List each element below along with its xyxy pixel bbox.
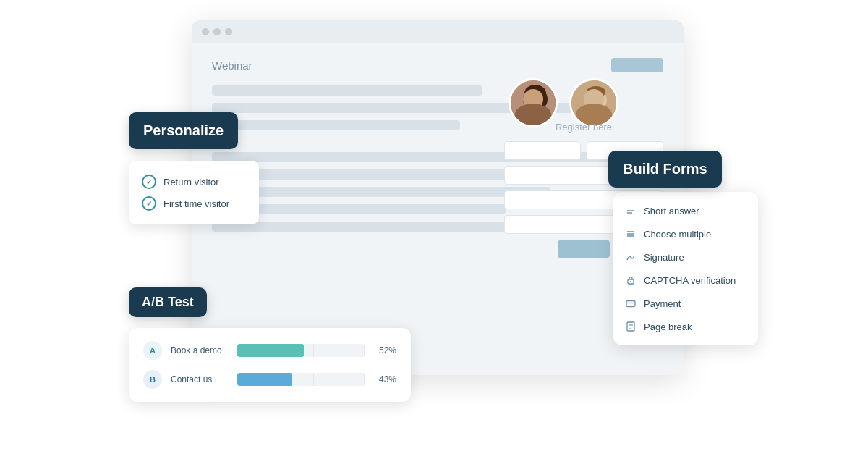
check-icon-firsttime: [142, 196, 156, 211]
content-block-1: [212, 85, 482, 96]
ab-row-a: A Book a demo 52%: [143, 341, 396, 360]
ab-bar-container-b: [237, 373, 365, 386]
build-forms-dropdown: Short answer Choose multiple Signature C…: [613, 192, 758, 345]
ab-bar-fill-a: [237, 344, 304, 357]
personalize-dropdown: Return visitor First time visitor: [129, 161, 259, 224]
svg-point-9: [589, 102, 603, 111]
browser-dot-3: [225, 28, 232, 35]
ab-bar-fill-b: [237, 373, 292, 386]
ab-badge-a: A: [143, 341, 162, 360]
form-input-firstname[interactable]: [504, 141, 581, 160]
ab-test-card: A/B Test: [129, 287, 207, 317]
build-forms-card: Build Forms: [608, 151, 722, 188]
svg-point-17: [630, 281, 631, 282]
ab-row-a-label: Book a demo: [171, 345, 229, 356]
ab-test-label: A/B Test: [142, 295, 194, 309]
captcha-icon: [625, 274, 637, 286]
form-item-signature-label: Signature: [644, 252, 684, 263]
avatar-male: [569, 78, 618, 127]
form-item-page-break-label: Page break: [644, 321, 692, 332]
webinar-title: Webinar: [212, 59, 252, 72]
browser-window: Webinar: [192, 20, 684, 375]
ab-bar-container-a: [237, 344, 365, 357]
personalize-label: Personalize: [143, 122, 224, 138]
avatar-female: [509, 78, 558, 127]
form-item-signature[interactable]: Signature: [613, 245, 758, 269]
form-item-short-answer[interactable]: Short answer: [613, 199, 758, 222]
svg-point-5: [540, 92, 548, 106]
ab-badge-b: B: [143, 370, 162, 389]
register-label: Register here: [504, 122, 663, 133]
scene: Webinar: [0, 0, 868, 454]
personalize-card: Personalize: [129, 112, 238, 149]
personalize-item-return[interactable]: Return visitor: [142, 171, 246, 193]
browser-dot-1: [202, 28, 209, 35]
page-break-icon: [625, 321, 637, 332]
short-answer-icon: [625, 205, 637, 217]
check-icon-return: [142, 175, 156, 189]
personalize-item-firsttime-label: First time visitor: [163, 198, 229, 209]
browser-topbar: [192, 20, 684, 43]
form-item-short-answer-label: Short answer: [644, 206, 699, 217]
ab-row-a-pct: 52%: [373, 345, 396, 356]
form-submit-button[interactable]: [558, 240, 610, 258]
browser-dot-2: [213, 28, 221, 35]
signature-icon: [625, 251, 637, 263]
ab-badge-b-label: B: [150, 375, 156, 384]
form-item-page-break[interactable]: Page break: [613, 315, 758, 338]
ab-row-b-pct: 43%: [373, 374, 396, 384]
choose-multiple-icon: [625, 228, 637, 240]
svg-point-10: [587, 86, 605, 98]
ab-test-panel: A Book a demo 52% B Contact us: [129, 328, 411, 402]
content-block-6: [212, 187, 550, 197]
form-item-captcha-label: CAPTCHA verification: [644, 275, 736, 286]
page-title-bar: Webinar: [212, 58, 663, 72]
ab-row-b-label: Contact us: [171, 374, 229, 384]
form-item-payment-label: Payment: [644, 298, 681, 309]
title-button-placeholder: [611, 58, 663, 72]
avatars-row: [509, 78, 618, 127]
svg-rect-18: [626, 301, 635, 307]
content-block-3: [212, 120, 460, 130]
personalize-item-firsttime[interactable]: First time visitor: [142, 193, 246, 214]
build-forms-label: Build Forms: [623, 161, 707, 177]
svg-point-4: [523, 92, 530, 106]
payment-icon: [625, 298, 637, 309]
ab-row-b: B Contact us 43%: [143, 370, 396, 389]
form-item-choose-multiple-label: Choose multiple: [644, 229, 711, 240]
ab-badge-a-label: A: [150, 346, 156, 355]
personalize-item-return-label: Return visitor: [163, 177, 219, 188]
form-item-captcha[interactable]: CAPTCHA verification: [613, 269, 758, 292]
form-item-payment[interactable]: Payment: [613, 292, 758, 315]
form-item-choose-multiple[interactable]: Choose multiple: [613, 222, 758, 245]
